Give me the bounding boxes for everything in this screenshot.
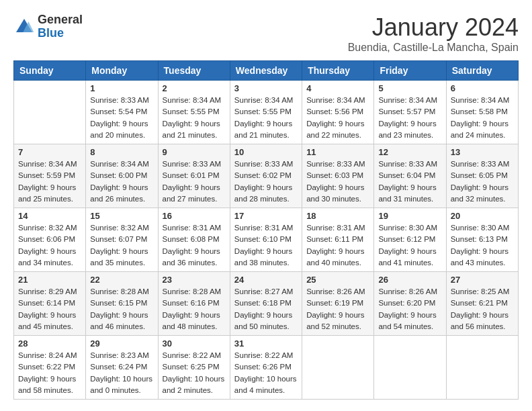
day-number: 9 — [163, 147, 226, 157]
day-number: 25 — [306, 275, 369, 285]
day-info: Sunrise: 8:26 AMSunset: 6:19 PMDaylight:… — [306, 286, 369, 332]
day-info: Sunrise: 8:34 AMSunset: 5:56 PMDaylight:… — [306, 95, 369, 141]
day-number: 3 — [234, 83, 298, 93]
day-info: Sunrise: 8:34 AMSunset: 5:55 PMDaylight:… — [163, 95, 226, 141]
day-info: Sunrise: 8:25 AMSunset: 6:21 PMDaylight:… — [451, 286, 514, 332]
day-number: 26 — [378, 275, 441, 285]
logo: General Blue — [13, 13, 83, 40]
day-number: 28 — [18, 338, 81, 349]
day-info: Sunrise: 8:22 AMSunset: 6:25 PMDaylight:… — [163, 350, 226, 396]
day-info: Sunrise: 8:32 AMSunset: 6:06 PMDaylight:… — [18, 222, 81, 269]
day-info: Sunrise: 8:33 AMSunset: 6:01 PMDaylight:… — [163, 158, 226, 205]
day-info: Sunrise: 8:33 AMSunset: 6:04 PMDaylight:… — [378, 158, 441, 205]
calendar-cell: 25Sunrise: 8:26 AMSunset: 6:19 PMDayligh… — [302, 272, 374, 336]
calendar-cell: 27Sunrise: 8:25 AMSunset: 6:21 PMDayligh… — [446, 272, 518, 336]
day-info: Sunrise: 8:33 AMSunset: 6:02 PMDaylight:… — [234, 158, 298, 205]
day-info: Sunrise: 8:24 AMSunset: 6:22 PMDaylight:… — [18, 350, 81, 396]
calendar-cell: 24Sunrise: 8:27 AMSunset: 6:18 PMDayligh… — [230, 272, 302, 336]
day-number: 2 — [163, 83, 226, 93]
day-info: Sunrise: 8:34 AMSunset: 5:55 PMDaylight:… — [234, 95, 298, 141]
day-info: Sunrise: 8:34 AMSunset: 5:57 PMDaylight:… — [378, 95, 441, 141]
calendar-cell: 19Sunrise: 8:30 AMSunset: 6:12 PMDayligh… — [374, 208, 446, 272]
calendar-cell: 20Sunrise: 8:30 AMSunset: 6:13 PMDayligh… — [446, 208, 518, 272]
column-header-saturday: Saturday — [446, 61, 518, 81]
column-header-tuesday: Tuesday — [158, 61, 230, 81]
day-info: Sunrise: 8:28 AMSunset: 6:15 PMDaylight:… — [90, 286, 153, 332]
day-number: 19 — [378, 211, 441, 221]
day-number: 13 — [451, 147, 514, 157]
column-header-thursday: Thursday — [302, 61, 374, 81]
day-number: 10 — [234, 147, 298, 157]
page-header: General Blue January 2024 Buendia, Casti… — [13, 13, 519, 54]
day-number: 15 — [90, 211, 153, 221]
day-number: 31 — [234, 338, 298, 349]
day-info: Sunrise: 8:34 AMSunset: 5:58 PMDaylight:… — [451, 95, 514, 141]
calendar-cell: 6Sunrise: 8:34 AMSunset: 5:58 PMDaylight… — [446, 81, 518, 144]
day-number: 22 — [90, 275, 153, 285]
day-info: Sunrise: 8:32 AMSunset: 6:07 PMDaylight:… — [90, 222, 153, 269]
calendar-cell: 5Sunrise: 8:34 AMSunset: 5:57 PMDaylight… — [374, 81, 446, 144]
calendar-cell — [374, 336, 446, 400]
calendar-cell: 21Sunrise: 8:29 AMSunset: 6:14 PMDayligh… — [14, 272, 86, 336]
column-header-wednesday: Wednesday — [230, 61, 302, 81]
day-number: 23 — [163, 275, 226, 285]
day-info: Sunrise: 8:23 AMSunset: 6:24 PMDaylight:… — [90, 350, 153, 396]
day-number: 8 — [90, 147, 153, 157]
day-number: 11 — [306, 147, 369, 157]
day-number: 12 — [378, 147, 441, 157]
day-number: 14 — [18, 211, 81, 221]
calendar-title: January 2024 — [348, 13, 519, 42]
day-info: Sunrise: 8:22 AMSunset: 6:26 PMDaylight:… — [234, 350, 298, 396]
calendar-cell: 29Sunrise: 8:23 AMSunset: 6:24 PMDayligh… — [86, 336, 158, 400]
calendar-cell — [446, 336, 518, 400]
calendar-week-row: 7Sunrise: 8:34 AMSunset: 5:59 PMDaylight… — [14, 144, 519, 208]
calendar-cell: 31Sunrise: 8:22 AMSunset: 6:26 PMDayligh… — [230, 336, 302, 400]
calendar-week-row: 14Sunrise: 8:32 AMSunset: 6:06 PMDayligh… — [14, 208, 519, 272]
calendar-cell: 17Sunrise: 8:31 AMSunset: 6:10 PMDayligh… — [230, 208, 302, 272]
logo-blue-text: Blue — [38, 27, 83, 40]
column-header-friday: Friday — [374, 61, 446, 81]
day-info: Sunrise: 8:28 AMSunset: 6:16 PMDaylight:… — [163, 286, 226, 332]
day-number: 6 — [451, 83, 514, 93]
day-number: 4 — [306, 83, 369, 93]
day-info: Sunrise: 8:29 AMSunset: 6:14 PMDaylight:… — [18, 286, 81, 332]
calendar-cell: 16Sunrise: 8:31 AMSunset: 6:08 PMDayligh… — [158, 208, 230, 272]
day-number: 17 — [234, 211, 298, 221]
logo-icon — [13, 16, 35, 38]
day-number: 21 — [18, 275, 81, 285]
calendar-cell: 12Sunrise: 8:33 AMSunset: 6:04 PMDayligh… — [374, 144, 446, 208]
title-block: January 2024 Buendia, Castille-La Mancha… — [348, 13, 519, 54]
calendar-cell: 23Sunrise: 8:28 AMSunset: 6:16 PMDayligh… — [158, 272, 230, 336]
day-info: Sunrise: 8:33 AMSunset: 6:05 PMDaylight:… — [451, 158, 514, 205]
calendar-cell: 22Sunrise: 8:28 AMSunset: 6:15 PMDayligh… — [86, 272, 158, 336]
calendar-cell: 15Sunrise: 8:32 AMSunset: 6:07 PMDayligh… — [86, 208, 158, 272]
calendar-cell: 18Sunrise: 8:31 AMSunset: 6:11 PMDayligh… — [302, 208, 374, 272]
calendar-cell: 4Sunrise: 8:34 AMSunset: 5:56 PMDaylight… — [302, 81, 374, 144]
day-info: Sunrise: 8:31 AMSunset: 6:08 PMDaylight:… — [163, 222, 226, 269]
calendar-cell — [302, 336, 374, 400]
calendar-cell: 10Sunrise: 8:33 AMSunset: 6:02 PMDayligh… — [230, 144, 302, 208]
calendar-cell: 14Sunrise: 8:32 AMSunset: 6:06 PMDayligh… — [14, 208, 86, 272]
day-number: 16 — [163, 211, 226, 221]
calendar-table: SundayMondayTuesdayWednesdayThursdayFrid… — [13, 60, 519, 400]
day-info: Sunrise: 8:27 AMSunset: 6:18 PMDaylight:… — [234, 286, 298, 332]
calendar-cell: 28Sunrise: 8:24 AMSunset: 6:22 PMDayligh… — [14, 336, 86, 400]
day-info: Sunrise: 8:34 AMSunset: 5:59 PMDaylight:… — [18, 158, 81, 205]
day-number: 27 — [451, 275, 514, 285]
day-number: 24 — [234, 275, 298, 285]
calendar-cell: 8Sunrise: 8:34 AMSunset: 6:00 PMDaylight… — [86, 144, 158, 208]
day-number: 20 — [451, 211, 514, 221]
calendar-header-row: SundayMondayTuesdayWednesdayThursdayFrid… — [14, 61, 519, 81]
calendar-cell: 2Sunrise: 8:34 AMSunset: 5:55 PMDaylight… — [158, 81, 230, 144]
calendar-week-row: 21Sunrise: 8:29 AMSunset: 6:14 PMDayligh… — [14, 272, 519, 336]
calendar-cell: 26Sunrise: 8:26 AMSunset: 6:20 PMDayligh… — [374, 272, 446, 336]
calendar-week-row: 1Sunrise: 8:33 AMSunset: 5:54 PMDaylight… — [14, 81, 519, 144]
calendar-cell: 30Sunrise: 8:22 AMSunset: 6:25 PMDayligh… — [158, 336, 230, 400]
day-info: Sunrise: 8:31 AMSunset: 6:11 PMDaylight:… — [306, 222, 369, 269]
day-info: Sunrise: 8:34 AMSunset: 6:00 PMDaylight:… — [90, 158, 153, 205]
column-header-monday: Monday — [86, 61, 158, 81]
day-number: 30 — [163, 338, 226, 349]
logo-general-text: General — [38, 13, 83, 27]
calendar-week-row: 28Sunrise: 8:24 AMSunset: 6:22 PMDayligh… — [14, 336, 519, 400]
day-info: Sunrise: 8:30 AMSunset: 6:13 PMDaylight:… — [451, 222, 514, 269]
